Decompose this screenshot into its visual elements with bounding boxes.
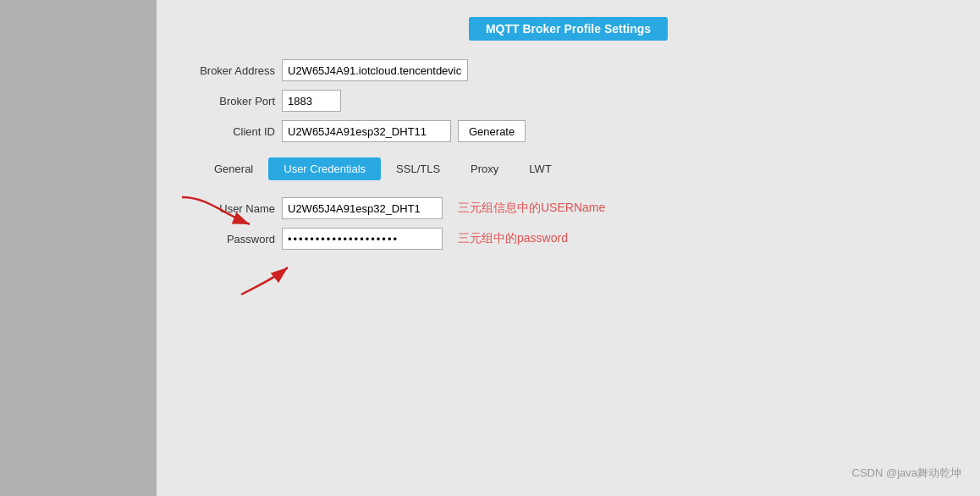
broker-address-row: Broker Address [182, 59, 955, 81]
client-id-label: Client ID [182, 125, 275, 138]
broker-address-input[interactable] [282, 59, 468, 81]
username-label: User Name [182, 202, 275, 215]
watermark: CSDN @java舞动乾坤 [852, 466, 962, 481]
tab-lwt[interactable]: LWT [514, 157, 566, 180]
password-row: Password 三元组中的password [182, 228, 955, 250]
credentials-section: User Name 三元组信息中的USERName Password 三元组中的… [182, 197, 955, 250]
password-label: Password [182, 233, 275, 245]
broker-port-input[interactable] [282, 90, 341, 112]
tab-general[interactable]: General [199, 157, 268, 180]
broker-port-label: Broker Port [182, 95, 275, 107]
username-annotation: 三元组信息中的USERName [458, 201, 605, 216]
tab-proxy[interactable]: Proxy [455, 157, 514, 180]
password-input[interactable] [282, 228, 443, 250]
title-button[interactable]: MQTT Broker Profile Settings [469, 17, 668, 41]
tabs-container: General User Credentials SSL/TLS Proxy L… [199, 157, 955, 180]
username-input[interactable] [282, 197, 443, 219]
client-id-row: Client ID Generate [182, 120, 955, 142]
arrow-password [190, 244, 343, 320]
main-content: MQTT Broker Profile Settings Broker Addr… [157, 0, 980, 496]
username-row: User Name 三元组信息中的USERName [182, 197, 955, 219]
password-annotation: 三元组中的password [458, 231, 568, 246]
title-bar: MQTT Broker Profile Settings [182, 17, 955, 41]
tab-user-credentials[interactable]: User Credentials [268, 157, 381, 180]
sidebar [0, 0, 157, 496]
tabs-row: General User Credentials SSL/TLS Proxy L… [199, 157, 955, 180]
broker-address-label: Broker Address [182, 64, 275, 77]
tab-ssl-tls[interactable]: SSL/TLS [381, 157, 455, 180]
generate-button[interactable]: Generate [458, 120, 526, 142]
client-id-input[interactable] [282, 120, 451, 142]
broker-port-row: Broker Port [182, 90, 955, 112]
